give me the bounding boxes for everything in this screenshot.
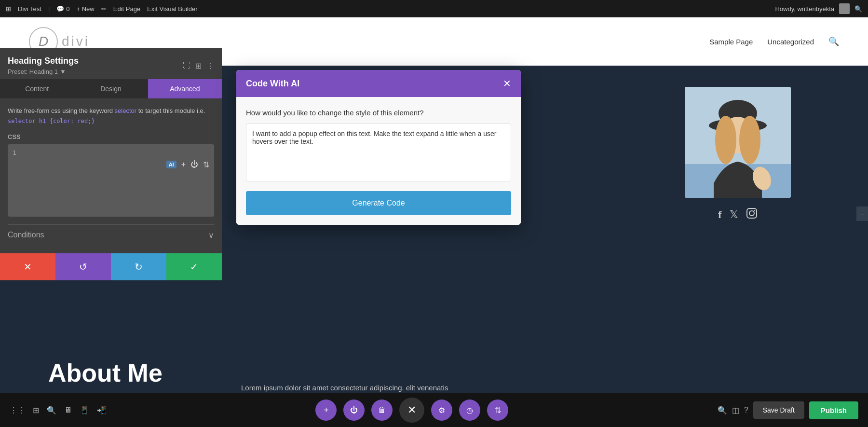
toolbar-search-right-icon[interactable]: 🔍 — [718, 406, 727, 415]
conditions-chevron-icon[interactable]: ∨ — [208, 231, 214, 240]
site-search-icon[interactable]: 🔍 — [828, 36, 839, 47]
undo-icon: ↺ — [79, 261, 87, 273]
sort-css-icon[interactable]: ⇅ — [203, 160, 209, 169]
css-keyword: selector — [115, 107, 137, 114]
toolbar-layout-icon[interactable]: ⊞ — [33, 406, 39, 415]
panel-content: Write free-form css using the keyword se… — [0, 98, 222, 253]
comments-link[interactable]: 💬 0 — [56, 5, 69, 13]
css-editor-toolbar: AI + ⏻ ⇅ — [13, 156, 209, 169]
bottom-toolbar: ⋮⋮ ⊞ 🔍 🖥 📱 📲 + ⏻ 🗑 ✕ ⚙ ◷ ⇅ 🔍 ◫ ? Save Dr… — [0, 393, 868, 427]
edit-icon: ✏ — [101, 5, 107, 13]
comment-icon: 💬 — [56, 5, 64, 13]
toolbar-desktop-icon[interactable]: 🖥 — [64, 406, 72, 414]
wordpress-logo-icon[interactable]: ⊞ — [6, 5, 11, 13]
howdy-text: Howdy, writtenbyekta — [775, 5, 834, 13]
toolbar-help-icon[interactable]: ? — [744, 406, 748, 414]
toolbar-right: 🔍 ◫ ? Save Draft Publish — [718, 401, 858, 419]
redo-button[interactable]: ↻ — [111, 253, 166, 280]
facebook-icon[interactable]: f — [718, 208, 721, 221]
profile-image — [685, 87, 791, 198]
reset-css-icon[interactable]: ⏻ — [190, 160, 198, 169]
profile-social: f 𝕏 — [718, 207, 757, 222]
conditions-label: Conditions — [8, 231, 44, 239]
panel-title: Heading Settings — [8, 56, 79, 66]
nav-sample-page[interactable]: Sample Page — [709, 38, 753, 46]
panel-header: Heading Settings Preset: Heading 1 ▼ ⛶ ⊞… — [0, 48, 222, 79]
lorem-text: Lorem ipsum dolor sit amet consectetur a… — [241, 384, 665, 392]
scrollbar-hint[interactable]: ≡ — [856, 207, 868, 221]
ai-dialog-close-button[interactable]: ✕ — [503, 78, 511, 89]
add-section-button[interactable]: + — [315, 399, 337, 421]
edit-page-link[interactable]: Edit Page — [113, 5, 140, 13]
save-icon: ✓ — [190, 261, 198, 273]
publish-button[interactable]: Publish — [809, 401, 858, 419]
svg-point-10 — [754, 210, 755, 211]
svg-point-6 — [739, 116, 760, 164]
ai-dialog-body: How would you like to change the style o… — [236, 97, 521, 225]
sort-button[interactable]: ⇅ — [487, 399, 508, 421]
cancel-button[interactable]: ✕ — [0, 253, 55, 280]
tab-content[interactable]: Content — [0, 79, 74, 98]
save-button[interactable]: ✓ — [166, 253, 222, 280]
about-heading: About Me — [48, 358, 163, 387]
svg-rect-8 — [747, 208, 757, 218]
toolbar-search-icon[interactable]: 🔍 — [47, 406, 56, 415]
ai-icon[interactable]: AI — [166, 161, 176, 168]
ai-prompt-input[interactable]: I want to add a popup effect on this tex… — [246, 124, 511, 181]
line-number: 1 — [13, 149, 16, 156]
preset-chevron-icon: ▼ — [60, 68, 66, 75]
twitter-x-icon[interactable]: 𝕏 — [730, 208, 738, 221]
exit-visual-builder-link[interactable]: Exit Visual Builder — [147, 5, 198, 13]
toolbar-menu-icon[interactable]: ⋮⋮ — [10, 406, 25, 415]
grid-icon[interactable]: ⊞ — [195, 61, 202, 70]
toolbar-tablet-icon[interactable]: 📱 — [80, 406, 89, 415]
history-button[interactable]: ◷ — [459, 399, 480, 421]
close-x-button[interactable]: ✕ — [399, 398, 424, 423]
css-section-label: CSS — [8, 133, 214, 140]
toolbar-center: + ⏻ 🗑 ✕ ⚙ ◷ ⇅ — [107, 398, 718, 423]
ai-question-text: How would you like to change the style o… — [246, 109, 511, 117]
conditions-row: Conditions ∨ — [8, 224, 214, 246]
undo-button[interactable]: ↺ — [55, 253, 111, 280]
css-description: Write free-form css using the keyword se… — [8, 106, 214, 126]
toolbar-mobile-icon[interactable]: 📲 — [97, 406, 107, 415]
admin-bar-right: Howdy, writtenbyekta 🔍 — [775, 3, 862, 14]
instagram-icon[interactable] — [746, 207, 758, 222]
tab-advanced[interactable]: Advanced — [148, 79, 222, 98]
ai-dialog: Code With AI ✕ How would you like to cha… — [236, 70, 521, 225]
profile-image-placeholder — [685, 87, 791, 198]
admin-search-icon[interactable]: 🔍 — [854, 5, 862, 13]
logo-text: divi — [62, 34, 90, 49]
tab-design[interactable]: Design — [74, 79, 148, 98]
cancel-icon: ✕ — [24, 261, 32, 273]
ai-dialog-title: Code With AI — [246, 79, 299, 89]
admin-bar: ⊞ Divi Test | 💬 0 + New ✏ Edit Page Exit… — [0, 0, 868, 17]
avatar — [839, 3, 850, 14]
nav-uncategorized[interactable]: Uncategorized — [767, 38, 814, 46]
save-draft-button[interactable]: Save Draft — [753, 401, 804, 419]
generate-code-button[interactable]: Generate Code — [246, 191, 511, 215]
more-options-icon[interactable]: ⋮ — [206, 61, 214, 70]
site-name-link[interactable]: Divi Test — [18, 5, 41, 13]
trash-button[interactable]: 🗑 — [371, 399, 393, 421]
admin-bar-left: ⊞ Divi Test | 💬 0 + New ✏ Edit Page Exit… — [6, 5, 198, 13]
new-link[interactable]: + New — [77, 5, 95, 13]
redo-icon: ↻ — [135, 261, 143, 273]
ai-dialog-header: Code With AI ✕ — [236, 70, 521, 97]
css-example: selector h1 {color: red;} — [8, 118, 95, 124]
profile-section: f 𝕏 — [685, 87, 791, 222]
power-button[interactable]: ⏻ — [343, 399, 365, 421]
panel-tabs: Content Design Advanced — [0, 79, 222, 98]
panel-preset[interactable]: Preset: Heading 1 ▼ — [8, 66, 79, 75]
svg-point-9 — [749, 211, 754, 216]
heading-settings-panel: Heading Settings Preset: Heading 1 ▼ ⛶ ⊞… — [0, 48, 222, 280]
fullscreen-icon[interactable]: ⛶ — [183, 61, 190, 70]
add-css-icon[interactable]: + — [181, 160, 186, 169]
site-nav: Sample Page Uncategorized 🔍 — [709, 36, 839, 47]
toolbar-layers-icon[interactable]: ◫ — [732, 406, 739, 415]
panel-footer: ✕ ↺ ↻ ✓ — [0, 253, 222, 280]
gear-button[interactable]: ⚙ — [431, 399, 452, 421]
svg-point-5 — [715, 116, 736, 164]
css-editor[interactable]: 1 AI + ⏻ ⇅ — [8, 144, 214, 217]
toolbar-left: ⋮⋮ ⊞ 🔍 🖥 📱 📲 — [10, 406, 107, 415]
